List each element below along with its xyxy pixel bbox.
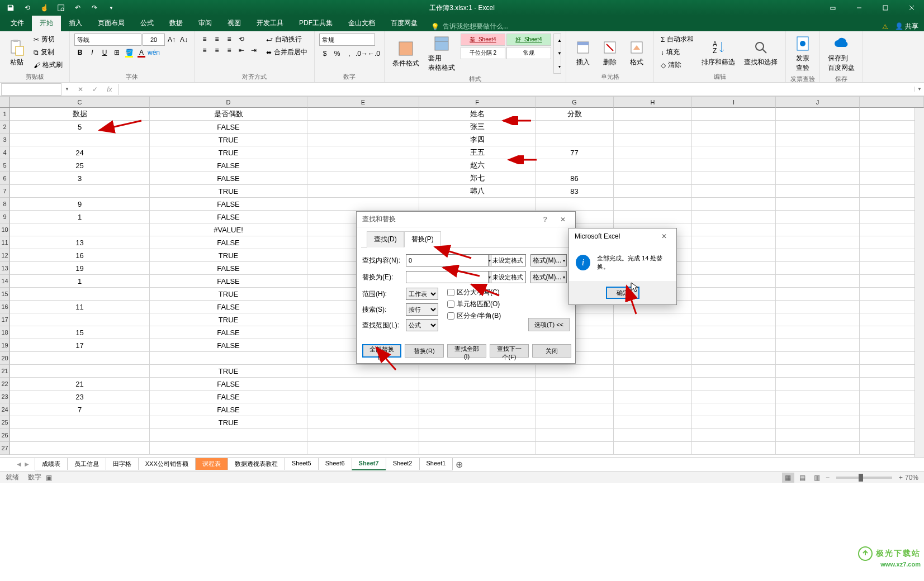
cell[interactable] [307,365,419,378]
cell[interactable]: TRUE [150,288,307,301]
sheet-prev-icon[interactable]: ► [23,460,30,468]
cell[interactable] [419,378,536,390]
row-header[interactable]: 4 [0,146,10,159]
align-top-icon[interactable]: ≡ [199,34,210,45]
percent-icon[interactable]: % [331,48,343,59]
cell[interactable] [692,249,776,262]
cell[interactable] [692,365,776,378]
sum-button[interactable]: Σ自动求和 [658,34,696,45]
cell[interactable]: FALSE [150,339,307,352]
undo-icon[interactable]: ↶ [72,2,84,14]
row-header[interactable]: 26 [0,429,10,442]
cell[interactable] [776,236,860,249]
row-header[interactable]: 10 [0,223,10,236]
inc-decimal-icon[interactable]: .0→ [356,48,367,59]
cell[interactable] [614,442,692,455]
cell[interactable] [776,378,860,390]
row-header[interactable]: 19 [0,339,10,352]
cell[interactable] [692,442,776,455]
cell[interactable] [307,172,419,185]
tab-baidu[interactable]: 百度网盘 [383,15,425,31]
row-header[interactable]: 15 [0,288,10,301]
normal-view-icon[interactable]: ▦ [782,473,794,483]
cell[interactable] [692,262,776,275]
grow-font-icon[interactable]: A↑ [166,34,177,45]
cell[interactable]: 77 [536,146,614,159]
border-icon[interactable]: ⊞ [111,47,122,58]
cell[interactable] [10,313,150,326]
cell[interactable]: 24 [10,146,150,159]
save-baidu-button[interactable]: 保存到 百度网盘 [825,34,858,74]
print-preview-icon[interactable] [55,2,67,14]
cell[interactable]: 23 [10,390,150,403]
cell[interactable] [776,159,860,172]
cell[interactable]: TRUE [150,249,307,262]
cell[interactable] [150,352,307,365]
cell[interactable]: 王五 [419,146,536,159]
col-header[interactable]: G [536,97,614,108]
sheet-tab[interactable]: Sheet1 [419,458,453,470]
touch-mode-icon[interactable]: ☝ [38,2,50,14]
cell[interactable] [419,198,536,211]
tab-review[interactable]: 审阅 [191,15,220,31]
cell[interactable] [692,223,776,236]
replace-format-button[interactable]: 格式(M)...▾ [530,271,567,283]
cell[interactable] [419,442,536,455]
cell[interactable]: 郑七 [419,172,536,185]
cell[interactable] [776,249,860,262]
cell[interactable] [10,134,150,146]
sheet-tab[interactable]: 成绩表 [35,458,68,470]
col-header[interactable] [860,97,924,108]
cell[interactable] [419,416,536,429]
col-header[interactable]: J [776,97,860,108]
cell[interactable]: 83 [536,185,614,198]
zoom-slider[interactable] [836,477,892,479]
find-all-button[interactable]: 查找全部(I) [447,344,486,358]
row-header[interactable]: 13 [0,262,10,275]
find-button[interactable]: 查找和选择 [741,34,781,72]
style-down-icon[interactable]: ▼ [554,48,565,59]
replace-input[interactable] [406,271,489,283]
replace-all-button[interactable]: 全部替换(A) [362,344,401,358]
cell[interactable]: 9 [10,198,150,211]
cell[interactable] [614,159,692,172]
cell[interactable] [614,416,692,429]
cell[interactable] [614,390,692,403]
cell[interactable] [614,185,692,198]
cell[interactable] [536,159,614,172]
cell[interactable]: FALSE [150,301,307,313]
cell[interactable] [692,236,776,249]
col-header[interactable]: D [150,97,307,108]
cell[interactable] [614,198,692,211]
row-header[interactable]: 25 [0,416,10,429]
cell[interactable] [776,198,860,211]
cell[interactable] [776,301,860,313]
cell[interactable]: TRUE [150,146,307,159]
wrap-button[interactable]: ⮐自动换行 [264,34,310,45]
cell[interactable] [614,211,692,223]
cell[interactable] [776,108,860,121]
cell[interactable]: 11 [10,301,150,313]
tab-insert[interactable]: 插入 [61,15,90,31]
cell[interactable]: 15 [10,326,150,339]
row-header[interactable]: 14 [0,275,10,288]
cell[interactable]: FALSE [150,211,307,223]
cut-button[interactable]: ✂剪切 [31,34,65,45]
cell[interactable] [692,108,776,121]
cell[interactable]: 韩八 [419,185,536,198]
cell[interactable] [536,378,614,390]
row-header[interactable]: 18 [0,326,10,339]
find-format-button[interactable]: 格式(M)...▾ [530,254,567,266]
cell[interactable] [776,288,860,301]
align-mid-icon[interactable]: ≡ [211,34,222,45]
row-header[interactable]: 5 [0,159,10,172]
cell[interactable] [776,429,860,442]
share-button[interactable]: 👤 共享 [895,22,918,31]
cell[interactable] [419,429,536,442]
cell[interactable]: TRUE [150,185,307,198]
cell[interactable] [10,365,150,378]
cell[interactable] [614,134,692,146]
cell[interactable] [307,390,419,403]
cond-format-button[interactable]: 条件格式 [389,34,423,74]
page-break-view-icon[interactable]: ▥ [811,473,823,483]
